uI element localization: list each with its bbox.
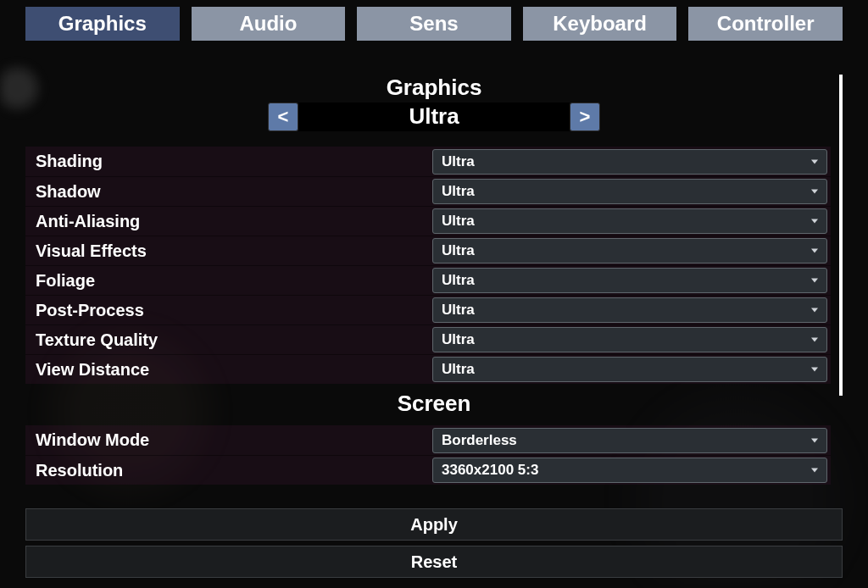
label-post-process: Post-Process [25,301,432,320]
apply-button[interactable]: Apply [25,508,843,541]
tab-controller[interactable]: Controller [688,7,843,41]
label-visual-effects: Visual Effects [25,241,432,261]
dropdown-view-distance[interactable]: Ultra [432,357,827,382]
settings-scroll-area: Graphics < Ultra > Shading Ultra Shadow [25,51,843,486]
dropdown-shading-value: Ultra [442,153,475,170]
dropdown-post-process-value: Ultra [442,302,475,319]
dropdown-window-mode[interactable]: Borderless [432,428,827,453]
chevron-down-icon [811,338,818,342]
chevron-down-icon [811,219,818,224]
settings-panel: Graphics < Ultra > Shading Ultra Shadow [25,51,843,486]
label-view-distance: View Distance [25,360,432,380]
row-post-process: Post-Process Ultra [25,295,831,325]
label-foliage: Foliage [25,271,432,291]
tab-audio[interactable]: Audio [192,7,346,41]
dropdown-visual-effects-value: Ultra [442,242,475,259]
tab-sens[interactable]: Sens [357,7,511,41]
row-visual-effects: Visual Effects Ultra [25,236,831,265]
dropdown-view-distance-value: Ultra [442,361,475,378]
dropdown-foliage[interactable]: Ultra [432,268,827,293]
dropdown-window-mode-value: Borderless [442,432,517,449]
tab-graphics[interactable]: Graphics [25,7,180,41]
scrollbar[interactable] [839,75,843,486]
chevron-down-icon [811,279,818,283]
reset-button[interactable]: Reset [25,546,843,578]
dropdown-texture-quality[interactable]: Ultra [432,327,827,352]
chevron-down-icon [811,249,818,253]
preset-next-button[interactable]: > [570,103,600,131]
bottom-buttons: Apply Reset [25,508,843,578]
label-shading: Shading [25,152,432,171]
dropdown-resolution[interactable]: 3360x2100 5:3 [432,458,827,483]
graphics-preset-selector: < Ultra > [25,103,843,131]
dropdown-resolution-value: 3360x2100 5:3 [442,462,538,479]
tab-keyboard[interactable]: Keyboard [523,7,677,41]
section-title-graphics: Graphics [25,75,843,101]
label-texture-quality: Texture Quality [25,330,432,350]
section-title-screen: Screen [25,391,843,417]
chevron-down-icon [811,308,818,313]
row-window-mode: Window Mode Borderless [25,425,831,455]
graphics-rows: Shading Ultra Shadow Ultra [25,147,831,384]
dropdown-anti-aliasing-value: Ultra [442,213,475,230]
dropdown-anti-aliasing[interactable]: Ultra [432,208,827,234]
dropdown-post-process[interactable]: Ultra [432,297,827,323]
chevron-down-icon [811,368,818,372]
row-anti-aliasing: Anti-Aliasing Ultra [25,206,831,236]
label-window-mode: Window Mode [25,430,432,450]
dropdown-texture-quality-value: Ultra [442,331,475,348]
dropdown-shadow-value: Ultra [442,183,475,200]
chevron-down-icon [811,438,818,442]
scrollbar-thumb[interactable] [839,75,843,396]
label-shadow: Shadow [25,182,432,202]
dropdown-visual-effects[interactable]: Ultra [432,238,827,263]
screen-rows: Window Mode Borderless Resolution 3360x2… [25,425,831,485]
row-resolution: Resolution 3360x2100 5:3 [25,455,831,485]
settings-tabs: Graphics Audio Sens Keyboard Controller [0,0,868,41]
chevron-down-icon [811,190,818,194]
preset-prev-button[interactable]: < [268,103,298,131]
chevron-down-icon [811,159,818,164]
label-anti-aliasing: Anti-Aliasing [25,212,432,231]
row-view-distance: View Distance Ultra [25,354,831,384]
row-shading: Shading Ultra [25,147,831,176]
chevron-down-icon [811,469,818,473]
row-shadow: Shadow Ultra [25,176,831,206]
preset-value: Ultra [298,103,570,131]
row-foliage: Foliage Ultra [25,265,831,295]
dropdown-shading[interactable]: Ultra [432,149,827,175]
dropdown-shadow[interactable]: Ultra [432,179,827,204]
row-texture-quality: Texture Quality Ultra [25,325,831,354]
dropdown-foliage-value: Ultra [442,272,475,289]
label-resolution: Resolution [25,461,432,480]
